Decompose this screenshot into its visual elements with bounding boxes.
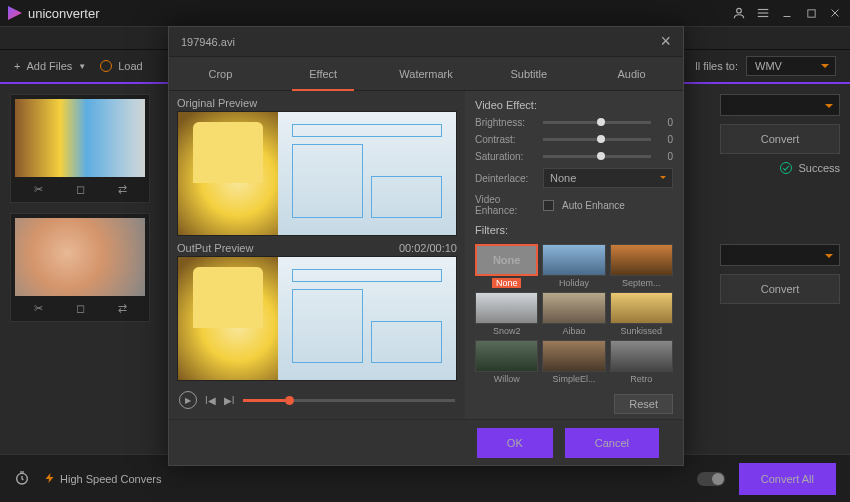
tab-crop[interactable]: Crop <box>169 57 272 90</box>
cut-icon[interactable]: ✂ <box>34 183 43 196</box>
close-icon[interactable] <box>828 6 842 20</box>
brightness-value: 0 <box>659 117 673 128</box>
app-name: uniconverter <box>28 6 100 21</box>
item-format-select[interactable] <box>720 244 840 266</box>
convert-label: Convert <box>761 133 800 145</box>
menu-icon[interactable] <box>756 6 770 20</box>
dialog-tabs: Crop Effect Watermark Subtitle Audio <box>169 57 683 91</box>
load-dvd-button[interactable]: Load <box>100 60 142 72</box>
filter-willow[interactable]: Willow <box>475 340 538 384</box>
effects-panel: Video Effect: Brightness: 0 Contrast: 0 … <box>465 91 683 419</box>
filter-simple[interactable]: SimpleEl... <box>542 340 605 384</box>
dialog-footer: OK Cancel <box>169 419 683 465</box>
crop-icon[interactable]: ◻ <box>76 183 85 196</box>
filters-grid: NoneNone Holiday Septem... Snow2 Aibao S… <box>475 244 673 384</box>
file-item[interactable]: ✂ ◻ ⇄ <box>10 94 150 203</box>
dialog-filename: 197946.avi <box>181 36 235 48</box>
convert-button[interactable]: Convert <box>720 274 840 304</box>
user-icon[interactable] <box>732 6 746 20</box>
preview-panel: Original Preview OutPut Preview 00:02/00… <box>169 91 465 419</box>
play-button[interactable]: ▶ <box>179 391 197 409</box>
saturation-slider[interactable] <box>543 155 651 158</box>
convert-column: Convert Success Convert <box>720 94 840 322</box>
deinterlace-label: Deinterlace: <box>475 173 535 184</box>
filter-holiday[interactable]: Holiday <box>542 244 605 288</box>
edit-dialog: 197946.avi × Crop Effect Watermark Subti… <box>168 26 684 466</box>
cut-icon[interactable]: ✂ <box>34 302 43 315</box>
convert-to-label: ll files to: <box>695 60 738 72</box>
file-thumbnail <box>15 99 145 177</box>
filter-september[interactable]: Septem... <box>610 244 673 288</box>
disc-icon <box>100 60 112 72</box>
contrast-label: Contrast: <box>475 134 535 145</box>
prev-frame-button[interactable]: I◀ <box>205 395 216 406</box>
file-thumbnail <box>15 218 145 296</box>
effect-icon[interactable]: ⇄ <box>118 183 127 196</box>
load-dvd-label: Load <box>118 60 142 72</box>
dialog-body: Original Preview OutPut Preview 00:02/00… <box>169 91 683 419</box>
auto-enhance-checkbox[interactable] <box>543 200 554 211</box>
original-preview-label: Original Preview <box>177 97 257 109</box>
brightness-slider[interactable] <box>543 121 651 124</box>
app-logo: uniconverter <box>8 6 100 21</box>
filter-aibao[interactable]: Aibao <box>542 292 605 336</box>
check-circle-icon <box>780 162 792 174</box>
svg-point-0 <box>737 8 742 13</box>
ok-button[interactable]: OK <box>477 428 553 458</box>
effect-icon[interactable]: ⇄ <box>118 302 127 315</box>
bolt-icon <box>44 472 56 486</box>
tab-effect[interactable]: Effect <box>272 57 375 90</box>
filter-snow2[interactable]: Snow2 <box>475 292 538 336</box>
output-preview <box>177 256 457 381</box>
timeline-slider[interactable] <box>243 399 455 402</box>
filter-sunkissed[interactable]: Sunkissed <box>610 292 673 336</box>
dialog-header: 197946.avi × <box>169 27 683 57</box>
crop-icon[interactable]: ◻ <box>76 302 85 315</box>
next-frame-button[interactable]: ▶I <box>224 395 235 406</box>
output-format-select[interactable]: WMV <box>746 56 836 76</box>
enhance-label: Video Enhance: <box>475 194 535 216</box>
filter-none[interactable]: NoneNone <box>475 244 538 288</box>
convert-button[interactable]: Convert <box>720 124 840 154</box>
playback-controls: ▶ I◀ ▶I <box>177 387 457 413</box>
chevron-down-icon: ▼ <box>78 62 86 71</box>
file-item[interactable]: ✂ ◻ ⇄ <box>10 213 150 322</box>
output-preview-label: OutPut Preview <box>177 242 253 254</box>
cancel-button[interactable]: Cancel <box>565 428 659 458</box>
clock-icon[interactable] <box>14 470 30 488</box>
logo-icon <box>8 6 22 20</box>
minimize-icon[interactable] <box>780 6 794 20</box>
contrast-value: 0 <box>659 134 673 145</box>
convert-label: Convert <box>761 283 800 295</box>
add-files-button[interactable]: + Add Files ▼ <box>14 60 86 72</box>
merge-toggle[interactable] <box>697 472 725 486</box>
original-preview <box>177 111 457 236</box>
filter-retro[interactable]: Retro <box>610 340 673 384</box>
brightness-label: Brightness: <box>475 117 535 128</box>
plus-icon: + <box>14 60 20 72</box>
video-effect-heading: Video Effect: <box>475 99 673 111</box>
add-files-label: Add Files <box>26 60 72 72</box>
output-format-value: WMV <box>755 60 782 72</box>
deinterlace-select[interactable]: None <box>543 168 673 188</box>
convert-all-button[interactable]: Convert All <box>739 463 836 495</box>
status-success: Success <box>720 162 840 174</box>
speed-label: High Speed Convers <box>60 473 162 485</box>
success-label: Success <box>798 162 840 174</box>
item-format-select[interactable] <box>720 94 840 116</box>
tab-watermark[interactable]: Watermark <box>375 57 478 90</box>
convert-all-label: Convert All <box>761 473 814 485</box>
maximize-icon[interactable] <box>804 6 818 20</box>
auto-enhance-label: Auto Enhance <box>562 200 625 211</box>
reset-button[interactable]: Reset <box>614 394 673 414</box>
filters-heading: Filters: <box>475 224 673 236</box>
file-list: ✂ ◻ ⇄ ✂ ◻ ⇄ <box>10 94 150 322</box>
preview-timecode: 00:02/00:10 <box>399 242 457 254</box>
saturation-value: 0 <box>659 151 673 162</box>
high-speed-toggle[interactable]: High Speed Convers <box>44 472 162 486</box>
contrast-slider[interactable] <box>543 138 651 141</box>
saturation-label: Saturation: <box>475 151 535 162</box>
tab-audio[interactable]: Audio <box>580 57 683 90</box>
dialog-close-icon[interactable]: × <box>660 31 671 52</box>
tab-subtitle[interactable]: Subtitle <box>477 57 580 90</box>
